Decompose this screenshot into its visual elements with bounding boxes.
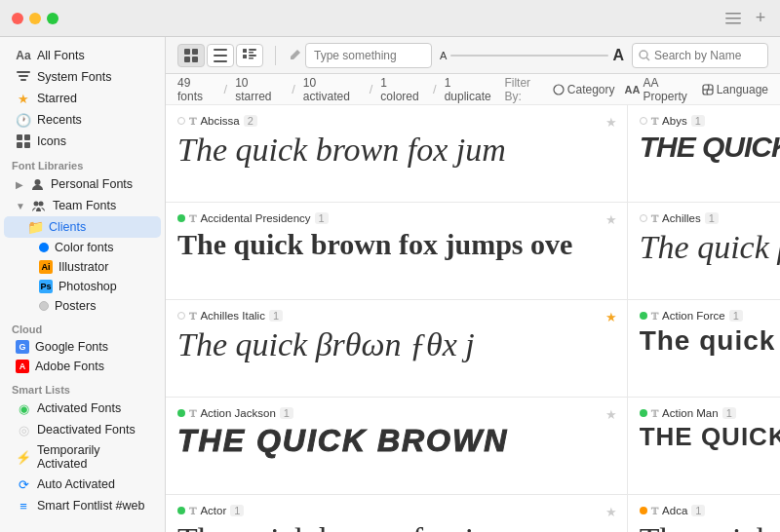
svg-rect-1 — [725, 18, 741, 19]
toolbar: A A — [166, 37, 780, 74]
sidebar-label-personal-fonts: Personal Fonts — [51, 177, 133, 191]
sidebar-item-icons[interactable]: Icons — [4, 131, 161, 152]
category-icon — [553, 84, 565, 95]
sidebar-label-smart-fontlist: Smart Fontlist #web — [37, 499, 144, 513]
font-count: 2 — [244, 115, 257, 127]
font-preview: THE QUICK BROWN FOX — [640, 423, 780, 452]
font-preview: The quick brown fox jur — [177, 520, 615, 532]
svg-rect-14 — [192, 49, 198, 55]
grid-view-button[interactable] — [177, 44, 205, 67]
sidebar-item-deactivated-fonts[interactable]: ◎ Deactivated Fonts — [4, 419, 161, 440]
colored-count: 1 colored — [380, 76, 425, 103]
status-dot — [640, 409, 647, 417]
add-icon[interactable]: + — [753, 11, 768, 26]
svg-rect-15 — [184, 57, 190, 62]
sidebar-item-posters[interactable]: Posters — [4, 296, 161, 316]
slider-area: A A — [440, 47, 624, 64]
toolbar-divider — [275, 46, 276, 65]
filter-label: Filter By: — [504, 76, 542, 103]
status-dot — [640, 507, 647, 514]
font-star[interactable]: ★ — [605, 407, 617, 422]
filter-language[interactable]: Language — [702, 83, 768, 96]
sidebar-item-activated-fonts[interactable]: ◉ Activated Fonts — [4, 398, 161, 419]
type-input[interactable] — [305, 43, 432, 68]
system-fonts-icon — [16, 69, 31, 85]
svg-rect-2 — [725, 22, 741, 24]
size-slider[interactable] — [450, 55, 608, 57]
font-count: 1 — [315, 212, 329, 224]
font-star[interactable]: ★ — [605, 505, 617, 519]
font-source-icon: 𝕋 — [189, 213, 196, 224]
font-star[interactable]: ★ — [605, 115, 617, 130]
sidebar-item-all-fonts[interactable]: Aa All Fonts — [4, 45, 161, 66]
sidebar-item-team-fonts[interactable]: ▼ Team Fonts — [4, 195, 161, 216]
sidebar-item-illustrator[interactable]: Ai Illustrator — [4, 257, 161, 277]
sidebar-item-photoshop[interactable]: Ps Photoshop — [4, 277, 161, 296]
temp-activated-icon: ⚡ — [16, 449, 31, 465]
sidebar-label-all-fonts: All Fonts — [37, 49, 85, 62]
font-source-icon: 𝕋 — [651, 116, 658, 127]
personal-fonts-icon — [29, 176, 45, 192]
svg-rect-22 — [249, 52, 254, 54]
font-source-icon: 𝕋 — [651, 506, 658, 516]
svg-rect-17 — [214, 49, 227, 51]
font-name: Action Jackson — [200, 407, 275, 419]
filter-category[interactable]: Category — [553, 83, 615, 96]
font-name: Accidental Presidency — [200, 212, 310, 224]
font-count: 1 — [722, 407, 736, 419]
search-input[interactable] — [654, 49, 761, 62]
svg-rect-18 — [214, 55, 227, 57]
font-libraries-section: Font Libraries — [0, 152, 165, 173]
sidebar-item-google-fonts[interactable]: G Google Fonts — [4, 337, 161, 357]
icons-icon — [16, 133, 31, 149]
font-count: 1 — [269, 310, 283, 322]
sidebar-label-clients: Clients — [49, 220, 86, 234]
sidebar-toggle-icon[interactable] — [725, 11, 741, 26]
sidebar-item-temporarily-activated[interactable]: ⚡ Temporarily Activated — [4, 440, 161, 474]
duplicate-count: 1 duplicate — [445, 76, 497, 103]
sidebar-item-starred[interactable]: ★ Starred — [4, 88, 161, 109]
font-count: 1 — [691, 505, 705, 516]
chevron-down-icon: ▼ — [16, 201, 25, 211]
font-name: Actor — [200, 505, 226, 516]
font-card-header: 𝕋 Actor 1 — [177, 505, 615, 516]
sidebar-item-auto-activated[interactable]: ⟳ Auto Activated — [4, 474, 161, 495]
font-card: 𝕋 Action Force 1 ★ The quick brown fox — [628, 300, 780, 398]
detail-view-button[interactable] — [236, 44, 263, 67]
size-label-right: A — [612, 47, 624, 64]
font-name: Achilles Italic — [200, 310, 264, 322]
chevron-right-icon: ▶ — [16, 179, 23, 190]
font-count: 1 — [705, 212, 719, 224]
starred-count: 10 starred — [235, 76, 284, 103]
sidebar-item-clients[interactable]: 📁 Clients — [4, 216, 161, 238]
status-dot — [640, 312, 647, 320]
sidebar-item-recents[interactable]: 🕐 Recents — [4, 109, 161, 131]
close-button[interactable] — [12, 13, 23, 24]
size-label-left: A — [440, 50, 447, 61]
property-icon: AA — [625, 84, 641, 95]
font-preview: The quick brown fox jumps ove — [177, 228, 615, 262]
sidebar-label-temporarily-activated: Temporarily Activated — [37, 443, 149, 471]
sidebar: Aa All Fonts System Fonts ★ Starred 🕐 Re… — [0, 37, 166, 532]
sidebar-item-system-fonts[interactable]: System Fonts — [4, 66, 161, 88]
font-card-header: 𝕋 Achilles Italic 1 — [177, 310, 615, 322]
font-star[interactable]: ★ — [605, 310, 617, 324]
sidebar-item-adobe-fonts[interactable]: A Adobe Fonts — [4, 357, 161, 376]
sidebar-item-smart-fontlist[interactable]: ≡ Smart Fontlist #web — [4, 495, 161, 516]
sidebar-item-color-fonts[interactable]: Color fonts — [4, 238, 161, 257]
font-preview: THE QUICK BROWN — [177, 423, 615, 459]
font-star[interactable]: ★ — [605, 212, 617, 227]
illustrator-icon: Ai — [39, 260, 53, 274]
font-preview: THE QUICK BROWN FO — [640, 131, 780, 165]
filter-property[interactable]: AA AA Property — [625, 76, 692, 103]
font-name: Abys — [662, 115, 687, 127]
sidebar-item-personal-fonts[interactable]: ▶ Personal Fonts — [4, 173, 161, 195]
font-name: Action Force — [662, 310, 725, 322]
list-view-button[interactable] — [207, 44, 234, 67]
minimize-button[interactable] — [29, 13, 41, 24]
svg-point-10 — [34, 179, 40, 185]
sidebar-label-photoshop: Photoshop — [58, 280, 117, 293]
maximize-button[interactable] — [47, 13, 58, 24]
adobe-fonts-icon: A — [16, 360, 29, 373]
auto-activated-icon: ⟳ — [16, 476, 31, 492]
